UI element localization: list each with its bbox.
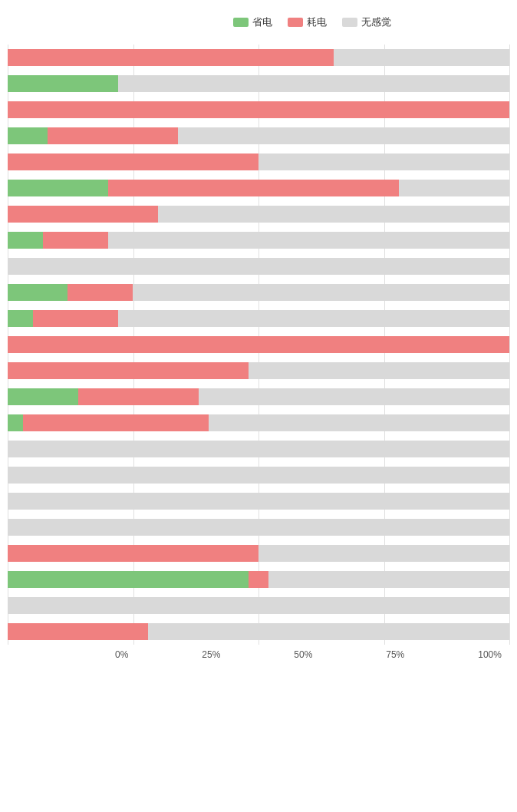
legend-label: 耗电 bbox=[307, 15, 327, 29]
x-axis-label: 25% bbox=[202, 649, 220, 660]
bar-label: iPhone 12 mini bbox=[0, 157, 8, 167]
x-axis-label: 50% bbox=[294, 649, 312, 660]
bar-row: iPhone 14 Pro bbox=[8, 384, 509, 410]
bar-gray bbox=[258, 545, 509, 562]
bar-label: iPhone 11 Pro bbox=[0, 78, 8, 89]
bar-track bbox=[8, 180, 509, 196]
bar-track bbox=[8, 336, 509, 353]
bar-label: iPhone 13 Pro bbox=[0, 287, 8, 298]
bar-track bbox=[8, 467, 509, 484]
bar-label: iPhone 13 mini bbox=[0, 261, 8, 272]
bar-gray bbox=[8, 441, 509, 457]
bar-row: iPhone XS Max bbox=[8, 619, 509, 645]
x-axis-label: 75% bbox=[386, 649, 404, 660]
bar-green bbox=[8, 414, 23, 431]
bar-label: iPhone 14 Pro Max bbox=[0, 418, 8, 428]
bar-red bbox=[78, 388, 199, 405]
bar-red bbox=[8, 153, 258, 170]
bar-row: iPhone X bbox=[8, 540, 509, 566]
bar-row: iPhone 13 Pro bbox=[8, 279, 509, 305]
bar-gray bbox=[133, 284, 509, 301]
bar-green bbox=[8, 180, 108, 196]
bar-gray bbox=[268, 571, 509, 588]
bar-gray bbox=[158, 206, 509, 223]
bar-row: iPhone 12 Pro bbox=[8, 175, 509, 201]
bar-row: iPhone 14 Plus bbox=[8, 358, 509, 384]
legend-item: 省电 bbox=[233, 15, 272, 29]
bar-label: iPhone SE 第2代 bbox=[0, 496, 8, 507]
grid-line bbox=[509, 45, 510, 645]
bar-red bbox=[8, 206, 158, 223]
bar-label: iPhone 11 bbox=[0, 52, 8, 63]
bar-red bbox=[33, 310, 118, 327]
bar-track bbox=[8, 206, 509, 223]
bar-gray bbox=[178, 127, 509, 144]
legend: 省电耗电无感觉 bbox=[115, 15, 509, 29]
bar-red bbox=[8, 545, 258, 562]
bar-gray bbox=[118, 310, 509, 327]
bar-row: iPhone 8 bbox=[8, 436, 509, 462]
bar-label: iPhone SE 第3代 bbox=[0, 522, 8, 533]
bar-row: iPhone XR bbox=[8, 566, 509, 592]
bar-red bbox=[48, 127, 178, 144]
bar-track bbox=[8, 284, 509, 301]
bar-label: iPhone 13 Pro Max bbox=[0, 313, 8, 324]
bar-gray bbox=[8, 597, 509, 614]
bar-track bbox=[8, 597, 509, 614]
bar-green bbox=[8, 284, 68, 301]
bar-red bbox=[8, 49, 334, 66]
bar-row: iPhone 13 bbox=[8, 227, 509, 253]
bar-track bbox=[8, 258, 509, 275]
chart-container: 省电耗电无感觉 iPhone 11iPhone 11 ProiPhone 11 … bbox=[0, 8, 517, 691]
bar-label: iPhone 14 Plus bbox=[0, 365, 8, 376]
bar-label: iPhone 8 bbox=[0, 444, 8, 454]
bar-row: iPhone 13 Pro Max bbox=[8, 305, 509, 332]
bar-track bbox=[8, 127, 509, 144]
bar-red bbox=[108, 180, 399, 196]
bar-label: iPhone 14 Pro bbox=[0, 391, 8, 402]
bar-track bbox=[8, 101, 509, 118]
bar-gray bbox=[148, 623, 509, 640]
bar-gray bbox=[199, 388, 510, 405]
bar-track bbox=[8, 153, 509, 170]
bar-label: iPhone 14 bbox=[0, 339, 8, 350]
bar-gray bbox=[334, 49, 509, 66]
bar-gray bbox=[209, 414, 509, 431]
bar-label: iPhone X bbox=[0, 548, 8, 559]
bar-track bbox=[8, 571, 509, 588]
legend-color bbox=[342, 18, 357, 27]
bar-label: iPhone 13 bbox=[0, 235, 8, 246]
bar-red bbox=[43, 232, 108, 249]
rows-wrapper: iPhone 11iPhone 11 ProiPhone 11 Pro Maxi… bbox=[8, 45, 509, 645]
bar-red bbox=[249, 571, 268, 588]
bar-red bbox=[23, 414, 209, 431]
bar-track bbox=[8, 232, 509, 249]
bar-green bbox=[8, 232, 43, 249]
bar-red bbox=[8, 623, 148, 640]
bar-green bbox=[8, 127, 48, 144]
x-axis-label: 100% bbox=[478, 649, 502, 660]
bar-track bbox=[8, 310, 509, 327]
bar-track bbox=[8, 493, 509, 510]
bar-row: iPhone 11 bbox=[8, 45, 509, 71]
bar-gray bbox=[108, 232, 509, 249]
bar-gray bbox=[8, 258, 509, 275]
bar-label: iPhone XR bbox=[0, 574, 8, 585]
bar-track bbox=[8, 441, 509, 457]
bar-red bbox=[68, 284, 133, 301]
bar-gray bbox=[249, 362, 509, 379]
bar-label: iPhone 12 Pro Max bbox=[0, 209, 8, 220]
bar-gray bbox=[8, 467, 509, 484]
bar-green bbox=[8, 388, 78, 405]
bar-row: iPhone 8 Plus bbox=[8, 462, 509, 488]
bar-track bbox=[8, 362, 509, 379]
bar-track bbox=[8, 519, 509, 536]
bar-green bbox=[8, 75, 118, 92]
legend-color bbox=[288, 18, 303, 27]
x-axis: 0%25%50%75%100% bbox=[115, 649, 502, 660]
bar-label: iPhone 8 Plus bbox=[0, 470, 8, 480]
legend-label: 省电 bbox=[252, 15, 272, 29]
bar-track bbox=[8, 623, 509, 640]
bar-row: iPhone 11 Pro Max bbox=[8, 97, 509, 123]
bar-track bbox=[8, 545, 509, 562]
